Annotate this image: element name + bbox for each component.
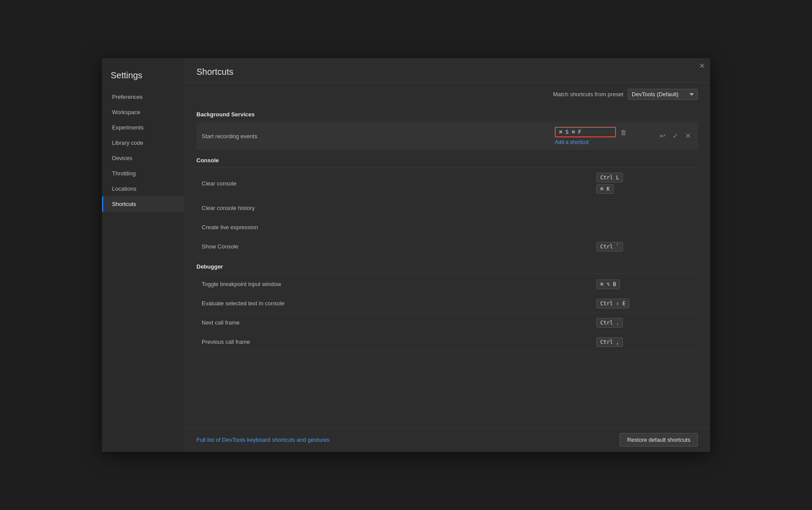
sidebar-item-devices[interactable]: Devices <box>102 150 184 166</box>
page-title: Shortcuts <box>196 67 698 77</box>
shortcut-row-clear-console: Clear console Ctrl L ⌘ K <box>196 168 698 199</box>
shortcut-name: Evaluate selected text in console <box>202 300 596 307</box>
preset-label: Match shortcuts from preset <box>553 91 623 98</box>
shortcut-name: Start recording events <box>202 133 555 140</box>
shortcut-keys-row: Ctrl ⇧ E <box>596 299 630 308</box>
edit-action-group: ↩ ✓ ✕ <box>658 132 693 140</box>
shortcut-keys-row-2: ⌘ K <box>596 184 614 194</box>
shortcut-name: Create live expression <box>202 224 596 231</box>
key-badge: Ctrl , <box>596 337 623 347</box>
main-content: Shortcuts Match shortcuts from preset De… <box>184 58 710 452</box>
shortcut-keys-editing-row: ⌘ S ⌘ F 🗑 <box>555 127 629 137</box>
settings-dialog: ✕ Settings Preferences Workspace Experim… <box>102 58 710 452</box>
shortcut-name: Next call frame <box>202 319 596 326</box>
shortcut-keys: Ctrl , <box>596 337 693 347</box>
add-shortcut-link[interactable]: Add a shortcut <box>555 139 588 145</box>
shortcut-keys: ⌘ S ⌘ F 🗑 Add a shortcut <box>555 127 651 145</box>
shortcut-keys-row: Ctrl ` <box>596 242 623 252</box>
sidebar-item-label: Preferences <box>112 94 143 100</box>
shortcut-keys-row: ⌘ ⌥ B <box>596 279 620 289</box>
preset-row: Match shortcuts from preset DevTools (De… <box>184 83 710 104</box>
shortcut-keys-row: Ctrl , <box>596 337 623 347</box>
footer: Full list of DevTools keyboard shortcuts… <box>184 427 710 452</box>
sidebar-item-library-code[interactable]: Library code <box>102 135 184 150</box>
confirm-edit-button[interactable]: ✓ <box>671 132 680 140</box>
shortcut-row-show-console: Show Console Ctrl ` <box>196 237 698 256</box>
shortcut-name: Previous call frame <box>202 339 596 345</box>
sidebar-item-label: Workspace <box>112 109 140 115</box>
section-background-services: Background Services <box>196 104 698 122</box>
shortcut-row-start-recording: Start recording events ⌘ S ⌘ F 🗑 Add a s… <box>196 122 698 150</box>
shortcut-keys: Ctrl L ⌘ K <box>596 173 693 194</box>
shortcut-name: Show Console <box>202 243 596 250</box>
sidebar-item-label: Throttling <box>112 170 136 177</box>
shortcut-keys: Ctrl ` <box>596 242 693 252</box>
key-badge: Ctrl . <box>596 318 623 328</box>
cancel-edit-button[interactable]: ✕ <box>683 132 693 140</box>
key-badge-editing[interactable]: ⌘ S ⌘ F <box>555 127 616 137</box>
key-badge: Ctrl ` <box>596 242 623 252</box>
shortcut-keys-row: Ctrl L <box>596 173 623 182</box>
key-badge: ⌘ ⌥ B <box>596 279 620 289</box>
shortcut-keys: Ctrl . <box>596 318 693 328</box>
sidebar-item-workspace[interactable]: Workspace <box>102 105 184 120</box>
shortcut-name: Toggle breakpoint input window <box>202 281 596 287</box>
sidebar: Settings Preferences Workspace Experimen… <box>102 58 184 452</box>
shortcut-keys: Ctrl ⇧ E <box>596 299 693 308</box>
key-badge: Ctrl L <box>596 173 623 182</box>
section-console: Console <box>196 150 698 168</box>
sidebar-item-label: Experiments <box>112 124 144 131</box>
shortcut-row-create-live-expression: Create live expression <box>196 218 698 237</box>
key-badge-2: ⌘ K <box>596 184 614 194</box>
shortcut-row-clear-console-history: Clear console history <box>196 199 698 218</box>
shortcut-row-previous-call-frame: Previous call frame Ctrl , <box>196 332 698 352</box>
section-debugger: Debugger <box>196 256 698 274</box>
sidebar-item-experiments[interactable]: Experiments <box>102 120 184 135</box>
shortcut-keys-row: Ctrl . <box>596 318 623 328</box>
shortcut-row-next-call-frame: Next call frame Ctrl . <box>196 313 698 332</box>
shortcut-keys: ⌘ ⌥ B <box>596 279 693 289</box>
delete-shortcut-button[interactable]: 🗑 <box>619 128 629 136</box>
shortcuts-scroll-area[interactable]: Background Services Start recording even… <box>184 104 710 427</box>
key-badge: Ctrl ⇧ E <box>596 299 630 308</box>
sidebar-item-preferences[interactable]: Preferences <box>102 89 184 105</box>
sidebar-item-label: Locations <box>112 185 136 192</box>
shortcut-name: Clear console history <box>202 205 596 211</box>
preset-select[interactable]: DevTools (Default) VS Code <box>628 89 698 100</box>
main-header: Shortcuts <box>184 58 710 83</box>
sidebar-item-label: Shortcuts <box>112 201 136 207</box>
sidebar-item-label: Library code <box>112 140 144 146</box>
sidebar-item-locations[interactable]: Locations <box>102 181 184 196</box>
restore-defaults-button[interactable]: Restore default shortcuts <box>620 433 698 447</box>
sidebar-item-throttling[interactable]: Throttling <box>102 166 184 181</box>
shortcut-row-toggle-breakpoint: Toggle breakpoint input window ⌘ ⌥ B <box>196 275 698 294</box>
shortcut-name: Clear console <box>202 180 596 187</box>
shortcut-row-evaluate-selected: Evaluate selected text in console Ctrl ⇧… <box>196 294 698 313</box>
undo-button[interactable]: ↩ <box>658 132 667 140</box>
sidebar-title: Settings <box>102 65 184 89</box>
close-button[interactable]: ✕ <box>699 63 705 70</box>
keyboard-shortcuts-link[interactable]: Full list of DevTools keyboard shortcuts… <box>196 437 329 443</box>
sidebar-item-label: Devices <box>112 155 132 161</box>
sidebar-item-shortcuts[interactable]: Shortcuts <box>102 196 184 212</box>
